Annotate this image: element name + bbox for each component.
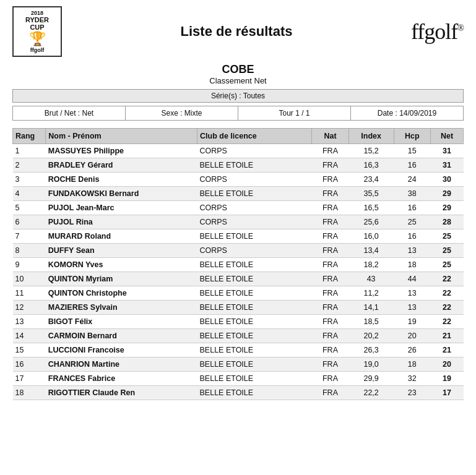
cell-index: 19,0 [348, 357, 394, 372]
cell-nat: FRA [312, 343, 349, 357]
cell-club: BELLE ETOILE [197, 158, 312, 173]
table-row: 18 RIGOTTIER Claude Ren BELLE ETOILE FRA… [13, 386, 464, 400]
cell-club: BELLE ETOILE [197, 301, 312, 315]
cell-nom: QUINTON Christophe [46, 286, 197, 301]
cell-nat: FRA [312, 286, 349, 301]
cell-hcp: 16 [394, 201, 431, 215]
table-row: 12 MAZIERES Sylvain BELLE ETOILE FRA 14,… [13, 301, 464, 315]
cell-nat: FRA [312, 329, 349, 343]
cell-nom: PUJOL Jean-Marc [46, 201, 197, 215]
cell-index: 15,2 [348, 144, 394, 158]
cell-club: BELLE ETOILE [197, 343, 312, 357]
cell-hcp: 16 [394, 229, 431, 244]
cell-nat: FRA [312, 244, 349, 258]
cell-club: BELLE ETOILE [197, 315, 312, 329]
cell-net: 29 [431, 187, 464, 201]
table-row: 17 FRANCES Fabrice BELLE ETOILE FRA 29,9… [13, 372, 464, 386]
brutnet-cell: Brut / Net : Net [13, 106, 126, 120]
cell-club: BELLE ETOILE [197, 258, 312, 272]
page-header: 2018 RYDER CUP 🏆 ffgolf Liste de résulta… [12, 6, 464, 57]
cell-rang: 17 [13, 372, 46, 386]
cell-nom: KOMORN Yves [46, 258, 197, 272]
cell-club: CORPS [197, 201, 312, 215]
table-header-row: Rang Nom - Prénom Club de licence Nat In… [13, 129, 464, 144]
cell-net: 22 [431, 286, 464, 301]
cell-nat: FRA [312, 386, 349, 400]
cell-club: CORPS [197, 173, 312, 187]
tour-cell: Tour 1 / 1 [238, 106, 351, 120]
logo-line2: CUP [17, 24, 57, 31]
cell-nom: FUNDAKOWSKI Bernard [46, 187, 197, 201]
table-row: 9 KOMORN Yves BELLE ETOILE FRA 18,2 18 2… [13, 258, 464, 272]
cell-index: 11,2 [348, 286, 394, 301]
cell-nat: FRA [312, 215, 349, 229]
info-bar: Brut / Net : Net Sexe : Mixte Tour 1 / 1… [12, 106, 464, 121]
event-name: COBE [12, 63, 464, 76]
ffgolf-brand: ffgolf® [411, 19, 464, 45]
cell-hcp: 26 [394, 343, 431, 357]
cell-rang: 5 [13, 201, 46, 215]
cell-net: 22 [431, 272, 464, 286]
col-index: Index [348, 129, 394, 144]
cell-index: 13,4 [348, 244, 394, 258]
cell-net: 31 [431, 144, 464, 158]
cell-nom: BRADLEY Gérard [46, 158, 197, 173]
cell-net: 17 [431, 386, 464, 400]
cell-rang: 2 [13, 158, 46, 173]
cell-net: 31 [431, 158, 464, 173]
cell-nom: DUFFY Sean [46, 244, 197, 258]
logo-line1: RYDER [17, 16, 57, 24]
cell-nat: FRA [312, 144, 349, 158]
cell-nom: BIGOT Félix [46, 315, 197, 329]
cell-nat: FRA [312, 158, 349, 173]
trophy-icon: 🏆 [17, 32, 57, 46]
cell-hcp: 18 [394, 258, 431, 272]
cell-index: 25,6 [348, 215, 394, 229]
cell-nat: FRA [312, 201, 349, 215]
col-nat: Nat [312, 129, 349, 144]
cell-rang: 18 [13, 386, 46, 400]
cell-club: CORPS [197, 244, 312, 258]
col-club: Club de licence [197, 129, 312, 144]
cell-hcp: 15 [394, 144, 431, 158]
cell-nat: FRA [312, 301, 349, 315]
cell-nat: FRA [312, 372, 349, 386]
cell-hcp: 13 [394, 301, 431, 315]
cell-net: 30 [431, 173, 464, 187]
cell-nat: FRA [312, 229, 349, 244]
cell-rang: 4 [13, 187, 46, 201]
cell-rang: 12 [13, 301, 46, 315]
cell-rang: 14 [13, 329, 46, 343]
cell-club: BELLE ETOILE [197, 286, 312, 301]
table-row: 13 BIGOT Félix BELLE ETOILE FRA 18,5 19 … [13, 315, 464, 329]
cell-club: BELLE ETOILE [197, 357, 312, 372]
date-cell: Date : 14/09/2019 [351, 106, 463, 120]
cell-nom: ROCHE Denis [46, 173, 197, 187]
cell-nat: FRA [312, 357, 349, 372]
table-row: 10 QUINTON Myriam BELLE ETOILE FRA 43 44… [13, 272, 464, 286]
cell-net: 25 [431, 229, 464, 244]
table-row: 5 PUJOL Jean-Marc CORPS FRA 16,5 16 29 [13, 201, 464, 215]
cell-net: 28 [431, 215, 464, 229]
table-row: 15 LUCCIONI Francoise BELLE ETOILE FRA 2… [13, 343, 464, 357]
classement-label: Classement Net [12, 76, 464, 85]
series-text: Série(s) : Toutes [211, 92, 265, 100]
cell-rang: 16 [13, 357, 46, 372]
logo-year: 2018 [17, 10, 57, 16]
page-title: Liste de résultats [62, 24, 411, 40]
cell-net: 19 [431, 372, 464, 386]
cell-rang: 13 [13, 315, 46, 329]
cell-club: BELLE ETOILE [197, 329, 312, 343]
cell-net: 22 [431, 301, 464, 315]
cell-hcp: 38 [394, 187, 431, 201]
cell-nom: MAZIERES Sylvain [46, 301, 197, 315]
cell-nat: FRA [312, 258, 349, 272]
cell-index: 29,9 [348, 372, 394, 386]
table-row: 16 CHANRION Martine BELLE ETOILE FRA 19,… [13, 357, 464, 372]
table-row: 2 BRADLEY Gérard BELLE ETOILE FRA 16,3 1… [13, 158, 464, 173]
col-nom: Nom - Prénom [46, 129, 197, 144]
cell-index: 43 [348, 272, 394, 286]
cell-nom: RIGOTTIER Claude Ren [46, 386, 197, 400]
cell-club: BELLE ETOILE [197, 372, 312, 386]
col-hcp: Hcp [394, 129, 431, 144]
